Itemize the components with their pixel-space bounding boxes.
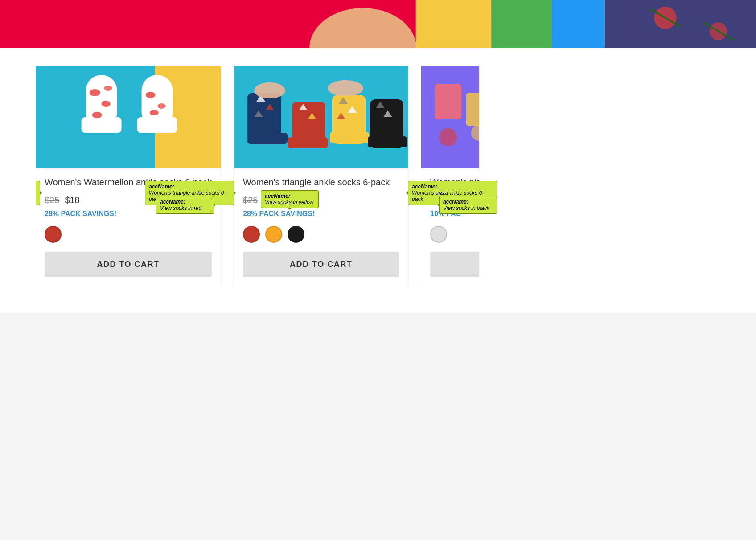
color-swatches-watermelon <box>45 226 212 243</box>
color-swatch-grey-pizza[interactable] <box>430 226 447 243</box>
product-img-svg-triangle <box>234 66 408 168</box>
product-info-watermelon: Women's Watermellon ankle socks 6-pack $… <box>36 168 221 286</box>
svg-point-48 <box>439 128 457 146</box>
svg-point-43 <box>328 80 363 96</box>
svg-rect-3 <box>491 0 552 48</box>
color-swatch-yellow-triangle[interactable] <box>265 226 282 243</box>
svg-point-14 <box>90 89 100 96</box>
product-title-pizza: Women's pizza ankle socks 6-p... <box>430 176 479 188</box>
product-title-watermelon: Women's Watermellon ankle socks 6-pack <box>45 176 212 188</box>
product-card-triangle-container: accName: Women's triangle ankle socks 6-… <box>234 66 408 286</box>
color-swatches-pizza <box>430 226 479 243</box>
svg-point-20 <box>146 92 156 98</box>
product-card-watermelon: Women's Watermellon ankle socks 6-pack $… <box>36 66 221 286</box>
product-img-svg-pizza <box>421 66 479 168</box>
svg-rect-45 <box>435 84 461 119</box>
price-original-watermelon: $25 <box>45 195 59 205</box>
page-content: accName: Women's Watermellon ankle socks… <box>0 48 756 313</box>
price-row-pizza: $20 $1... <box>430 195 479 205</box>
swatch-wrapper-red-triangle <box>243 226 260 243</box>
color-swatch-red-watermelon[interactable] <box>45 226 62 243</box>
product-img-svg-watermelon <box>36 66 221 168</box>
price-original-triangle: $25 <box>243 195 258 205</box>
product-card-pizza: Women's pizza ankle socks 6-p... $20 $1.… <box>421 66 479 286</box>
price-sale-pizza: $1... <box>450 195 468 205</box>
product-card-watermelon-container: accName: Women's Watermellon ankle socks… <box>36 66 221 286</box>
price-row-triangle: $25 $18 <box>243 195 399 205</box>
svg-point-21 <box>158 103 166 109</box>
pack-savings-watermelon[interactable]: 28% PACK SAVINGS! <box>45 210 212 218</box>
swatch-wrapper-black-triangle <box>288 226 304 243</box>
svg-point-17 <box>104 86 112 91</box>
svg-rect-19 <box>137 117 177 133</box>
svg-point-42 <box>254 82 285 98</box>
swatch-wrapper-yellow-triangle <box>265 226 282 243</box>
swatch-wrapper-red-watermelon <box>45 226 62 243</box>
price-sale-watermelon: $18 <box>65 195 79 205</box>
product-image-watermelon <box>36 66 221 168</box>
products-grid: accName: Women's Watermellon ankle socks… <box>36 66 720 286</box>
color-swatch-red-triangle[interactable] <box>243 226 260 243</box>
hero-banner <box>0 0 756 48</box>
color-swatch-black-triangle[interactable] <box>288 226 304 243</box>
svg-point-16 <box>92 112 102 118</box>
price-original-pizza: $20 <box>430 195 445 205</box>
svg-rect-30 <box>288 137 328 148</box>
pack-savings-pizza[interactable]: 10% PAC <box>430 210 479 218</box>
product-info-pizza: Women's pizza ankle socks 6-p... $20 $1.… <box>421 168 479 286</box>
product-title-triangle: Women's triangle ankle socks 6-pack <box>243 176 399 188</box>
pack-savings-triangle[interactable]: 28% PACK SAVINGS! <box>243 210 399 218</box>
svg-rect-25 <box>247 133 288 144</box>
price-row-watermelon: $25 $18 <box>45 195 212 205</box>
add-to-cart-button-watermelon[interactable]: ADD TO CART <box>45 252 212 277</box>
svg-point-22 <box>150 110 159 115</box>
product-image-triangle <box>234 66 408 168</box>
svg-rect-39 <box>368 136 407 147</box>
svg-rect-4 <box>552 0 605 48</box>
product-info-triangle: Women's triangle ankle socks 6-pack $25 … <box>234 168 408 286</box>
svg-rect-46 <box>466 93 479 126</box>
product-card-triangle: Women's triangle ankle socks 6-pack $25 … <box>234 66 408 286</box>
add-to-cart-button-pizza[interactable]: AD... <box>430 252 479 277</box>
svg-rect-34 <box>330 132 369 143</box>
price-sale-triangle: $18 <box>263 195 278 205</box>
swatch-wrapper-grey-pizza <box>430 226 447 243</box>
svg-point-15 <box>102 101 111 107</box>
svg-rect-5 <box>605 0 756 48</box>
svg-rect-13 <box>82 117 122 133</box>
product-image-pizza <box>421 66 479 168</box>
color-swatches-triangle <box>243 226 399 243</box>
svg-rect-2 <box>416 0 492 48</box>
product-card-pizza-container: Women's pizza ankle socks 6-p... $20 $1.… <box>421 66 479 286</box>
add-to-cart-button-triangle[interactable]: ADD TO CART <box>243 252 399 277</box>
